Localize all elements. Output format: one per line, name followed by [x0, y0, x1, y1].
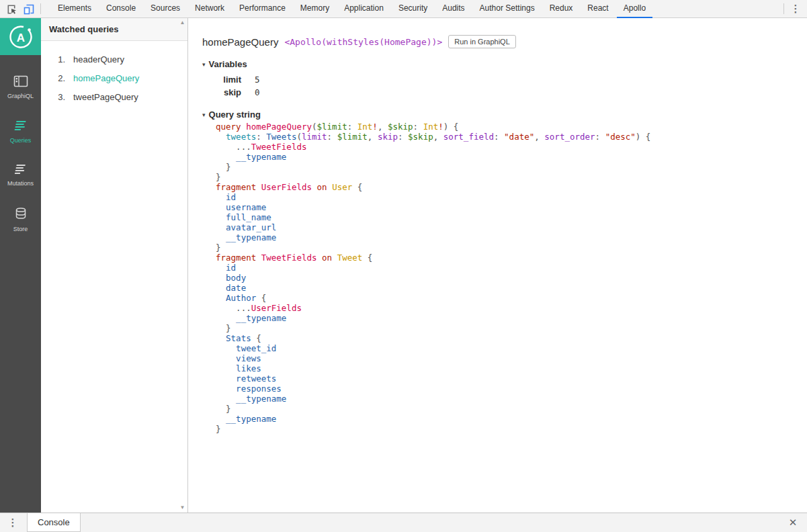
variables-section-header[interactable]: ▾ Variables: [202, 59, 807, 69]
tab-security[interactable]: Security: [392, 0, 434, 18]
scroll-down-icon[interactable]: ▼: [180, 505, 185, 511]
query-string-section-title: Query string: [209, 109, 261, 120]
inspect-element-icon[interactable]: [3, 1, 20, 17]
code-line: fragment UserFields on User {: [216, 182, 807, 192]
code-line: tweets: Tweets(limit: $limit, skip: $ski…: [216, 132, 807, 142]
content-row: A GraphiQL: [0, 18, 807, 513]
code-line: Author {: [216, 293, 807, 303]
tab-sources[interactable]: Sources: [144, 0, 187, 18]
apollo-sidebar: A GraphiQL: [0, 18, 41, 513]
tab-application[interactable]: Application: [337, 0, 390, 18]
query-list-item[interactable]: 2.homePageQuery: [41, 69, 187, 87]
code-line: views: [216, 353, 807, 363]
variable-row: limit5: [218, 73, 807, 86]
queries-icon: [13, 120, 29, 134]
variable-value: 5: [255, 75, 260, 85]
close-drawer-icon[interactable]: ✕: [784, 515, 802, 531]
query-title: homePageQuery: [202, 36, 278, 48]
watched-queries-panel: Watched queries 1.headerQuery2.homePageQ…: [41, 18, 188, 513]
query-name: tweetPageQuery: [73, 92, 138, 102]
scroll-up-icon[interactable]: ▲: [180, 20, 185, 26]
tab-apollo[interactable]: Apollo: [617, 0, 652, 18]
code-line: __typename: [216, 152, 807, 162]
code-line: retweets: [216, 373, 807, 384]
code-line: }: [216, 162, 807, 172]
devtools-toolbar: ElementsConsoleSourcesNetworkPerformance…: [0, 0, 807, 18]
tab-network[interactable]: Network: [188, 0, 231, 18]
drawer-tab-console[interactable]: Console: [27, 513, 81, 532]
tab-react[interactable]: React: [581, 0, 615, 18]
variable-row: skip0: [218, 86, 807, 99]
code-line: full_name: [216, 212, 807, 222]
apollo-logo: A: [0, 18, 41, 55]
query-component-name: <Apollo(withStyles(HomePage))>: [284, 37, 442, 47]
code-line: }: [216, 404, 807, 414]
device-toolbar-icon[interactable]: [20, 1, 38, 17]
svg-text:A: A: [16, 31, 24, 44]
collapse-triangle-icon: ▾: [202, 112, 206, 118]
toolbar-separator-right: [783, 3, 784, 14]
code-line: likes: [216, 363, 807, 373]
drawer-bar: ⋮ Console ✕: [0, 513, 807, 532]
sidebar-item-store[interactable]: Store: [0, 207, 41, 232]
devtools-window: ElementsConsoleSourcesNetworkPerformance…: [0, 0, 807, 532]
query-title-row: homePageQuery <Apollo(withStyles(HomePag…: [202, 35, 807, 48]
query-index: 3.: [49, 92, 65, 102]
code-line: query homePageQuery($limit: Int!, $skip:…: [216, 122, 807, 132]
query-string-code: query homePageQuery($limit: Int!, $skip:…: [216, 122, 807, 434]
code-line: tweet_id: [216, 343, 807, 353]
sidebar-item-queries[interactable]: Queries: [0, 120, 41, 144]
code-line: ...UserFields: [216, 303, 807, 313]
sidebar-item-mutations[interactable]: Mutations: [0, 164, 41, 187]
tab-performance[interactable]: Performance: [232, 0, 292, 18]
query-string-section-header[interactable]: ▾ Query string: [202, 109, 807, 120]
code-line: ...TweetFields: [216, 142, 807, 152]
sidebar-item-label: Store: [13, 226, 28, 232]
code-line: responses: [216, 384, 807, 394]
code-line: avatar_url: [216, 222, 807, 232]
query-list-item[interactable]: 1.headerQuery: [41, 50, 187, 69]
code-line: __typename: [216, 414, 807, 424]
code-line: body: [216, 273, 807, 283]
tab-elements[interactable]: Elements: [51, 0, 98, 18]
panel-scrollbar[interactable]: ▲ ▼: [177, 18, 187, 513]
tab-redux[interactable]: Redux: [543, 0, 580, 18]
code-line: id: [216, 263, 807, 273]
graphiql-icon: [13, 75, 28, 90]
tab-audits[interactable]: Audits: [435, 0, 471, 18]
variable-name: limit: [218, 75, 241, 85]
query-list-item[interactable]: 3.tweetPageQuery: [41, 87, 187, 106]
mutations-icon: [13, 164, 29, 177]
toolbar-separator: [40, 3, 41, 14]
apollo-logo-icon: A: [7, 24, 34, 50]
code-line: __typename: [216, 394, 807, 404]
store-database-icon: [14, 207, 28, 223]
variables-section-title: Variables: [209, 59, 247, 69]
more-options-icon[interactable]: ⋮: [787, 1, 804, 17]
code-line: id: [216, 192, 807, 202]
query-index: 1.: [49, 54, 65, 64]
drawer-spacer: [81, 513, 784, 532]
run-in-graphiql-button[interactable]: Run in GraphiQL: [448, 35, 516, 48]
tab-author-settings[interactable]: Author Settings: [473, 0, 542, 18]
sidebar-item-label: GraphiQL: [7, 93, 34, 99]
code-line: fragment TweetFields on Tweet {: [216, 253, 807, 263]
query-index: 2.: [49, 73, 65, 83]
tab-console[interactable]: Console: [99, 0, 142, 18]
variables-table: limit5skip0: [218, 73, 807, 99]
watched-queries-list: 1.headerQuery2.homePageQuery3.tweetPageQ…: [41, 41, 187, 106]
collapse-triangle-icon: ▾: [202, 61, 206, 68]
drawer-menu-icon[interactable]: ⋮: [4, 515, 22, 531]
variable-value: 0: [255, 87, 260, 97]
devtools-tabs: ElementsConsoleSourcesNetworkPerformance…: [50, 0, 653, 18]
code-line: __typename: [216, 232, 807, 242]
watched-queries-title: Watched queries: [41, 18, 187, 41]
code-line: username: [216, 202, 807, 212]
sidebar-item-graphiql[interactable]: GraphiQL: [0, 75, 41, 99]
code-line: date: [216, 283, 807, 293]
tab-memory[interactable]: Memory: [294, 0, 336, 18]
code-line: }: [216, 242, 807, 253]
query-name: headerQuery: [73, 54, 124, 64]
query-name: homePageQuery: [73, 73, 139, 83]
variable-name: skip: [218, 87, 241, 97]
